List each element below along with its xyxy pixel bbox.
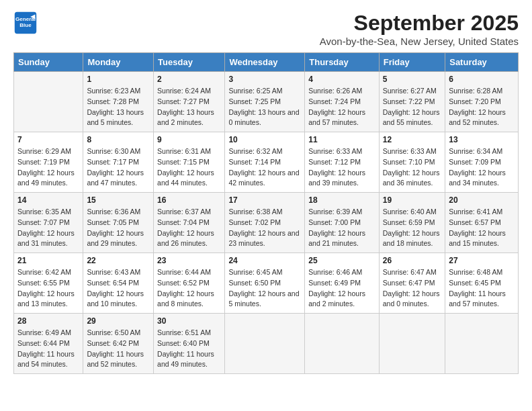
day-info: Sunrise: 6:48 AMSunset: 6:45 PMDaylight:…	[449, 267, 515, 310]
calendar-cell: 29Sunrise: 6:50 AMSunset: 6:42 PMDayligh…	[83, 314, 154, 374]
day-number: 6	[449, 75, 515, 84]
day-info: Sunrise: 6:32 AMSunset: 7:14 PMDaylight:…	[228, 146, 301, 189]
calendar-cell: 23Sunrise: 6:44 AMSunset: 6:52 PMDayligh…	[154, 253, 225, 314]
calendar-cell: 17Sunrise: 6:38 AMSunset: 7:02 PMDayligh…	[225, 193, 305, 253]
day-number: 9	[157, 135, 221, 144]
week-row-5: 28Sunrise: 6:49 AMSunset: 6:44 PMDayligh…	[14, 314, 519, 374]
calendar-cell: 11Sunrise: 6:33 AMSunset: 7:12 PMDayligh…	[305, 132, 380, 193]
day-info: Sunrise: 6:39 AMSunset: 7:00 PMDaylight:…	[308, 207, 375, 249]
calendar-cell: 27Sunrise: 6:48 AMSunset: 6:45 PMDayligh…	[445, 253, 519, 314]
calendar-cell: 12Sunrise: 6:33 AMSunset: 7:10 PMDayligh…	[379, 132, 445, 193]
column-header-saturday: Saturday	[445, 53, 519, 72]
day-info: Sunrise: 6:37 AMSunset: 7:04 PMDaylight:…	[157, 207, 221, 249]
calendar-cell: 18Sunrise: 6:39 AMSunset: 7:00 PMDayligh…	[305, 193, 380, 253]
day-info: Sunrise: 6:50 AMSunset: 6:42 PMDaylight:…	[87, 328, 150, 370]
day-number: 28	[17, 316, 79, 326]
day-number: 4	[308, 75, 375, 84]
calendar-cell: 22Sunrise: 6:43 AMSunset: 6:54 PMDayligh…	[83, 253, 154, 314]
calendar-cell: 3Sunrise: 6:25 AMSunset: 7:25 PMDaylight…	[225, 72, 305, 132]
day-number: 7	[17, 135, 79, 144]
day-info: Sunrise: 6:47 AMSunset: 6:47 PMDaylight:…	[383, 267, 441, 310]
day-info: Sunrise: 6:35 AMSunset: 7:07 PMDaylight:…	[17, 207, 79, 249]
calendar-cell	[14, 72, 83, 132]
day-number: 20	[449, 195, 515, 205]
day-info: Sunrise: 6:44 AMSunset: 6:52 PMDaylight:…	[157, 267, 221, 310]
week-row-3: 14Sunrise: 6:35 AMSunset: 7:07 PMDayligh…	[14, 193, 519, 253]
day-number: 24	[228, 256, 301, 265]
week-row-2: 7Sunrise: 6:29 AMSunset: 7:19 PMDaylight…	[14, 132, 519, 193]
column-header-friday: Friday	[379, 53, 445, 72]
calendar-cell: 6Sunrise: 6:28 AMSunset: 7:20 PMDaylight…	[445, 72, 519, 132]
day-number: 11	[308, 135, 375, 144]
day-number: 27	[449, 256, 515, 265]
calendar-cell: 1Sunrise: 6:23 AMSunset: 7:28 PMDaylight…	[83, 72, 154, 132]
calendar-cell: 20Sunrise: 6:41 AMSunset: 6:57 PMDayligh…	[445, 193, 519, 253]
calendar-cell: 21Sunrise: 6:42 AMSunset: 6:55 PMDayligh…	[14, 253, 83, 314]
calendar-cell	[225, 314, 305, 374]
column-header-tuesday: Tuesday	[154, 53, 225, 72]
calendar-cell	[445, 314, 519, 374]
week-row-4: 21Sunrise: 6:42 AMSunset: 6:55 PMDayligh…	[14, 253, 519, 314]
subtitle: Avon-by-the-Sea, New Jersey, United Stat…	[320, 36, 519, 47]
day-info: Sunrise: 6:43 AMSunset: 6:54 PMDaylight:…	[87, 267, 150, 310]
day-number: 15	[87, 195, 150, 205]
main-title: September 2025	[320, 11, 519, 36]
column-header-wednesday: Wednesday	[225, 53, 305, 72]
calendar-cell: 28Sunrise: 6:49 AMSunset: 6:44 PMDayligh…	[14, 314, 83, 374]
calendar-cell: 15Sunrise: 6:36 AMSunset: 7:05 PMDayligh…	[83, 193, 154, 253]
svg-text:Blue: Blue	[19, 22, 32, 28]
column-header-sunday: Sunday	[14, 53, 83, 72]
day-info: Sunrise: 6:31 AMSunset: 7:15 PMDaylight:…	[157, 146, 221, 189]
day-info: Sunrise: 6:29 AMSunset: 7:19 PMDaylight:…	[17, 146, 79, 189]
header-row: SundayMondayTuesdayWednesdayThursdayFrid…	[14, 53, 519, 72]
calendar-cell: 14Sunrise: 6:35 AMSunset: 7:07 PMDayligh…	[14, 193, 83, 253]
day-number: 29	[87, 316, 150, 326]
calendar-cell: 5Sunrise: 6:27 AMSunset: 7:22 PMDaylight…	[379, 72, 445, 132]
day-number: 8	[87, 135, 150, 144]
day-number: 21	[17, 256, 79, 265]
day-info: Sunrise: 6:40 AMSunset: 6:59 PMDaylight:…	[383, 207, 441, 249]
day-info: Sunrise: 6:30 AMSunset: 7:17 PMDaylight:…	[87, 146, 150, 189]
day-number: 26	[383, 256, 441, 265]
day-info: Sunrise: 6:41 AMSunset: 6:57 PMDaylight:…	[449, 207, 515, 249]
day-number: 12	[383, 135, 441, 144]
day-info: Sunrise: 6:46 AMSunset: 6:49 PMDaylight:…	[308, 267, 375, 310]
day-info: Sunrise: 6:26 AMSunset: 7:24 PMDaylight:…	[308, 86, 375, 128]
calendar-cell: 19Sunrise: 6:40 AMSunset: 6:59 PMDayligh…	[379, 193, 445, 253]
calendar-cell: 13Sunrise: 6:34 AMSunset: 7:09 PMDayligh…	[445, 132, 519, 193]
calendar-cell	[305, 314, 380, 374]
calendar-cell: 25Sunrise: 6:46 AMSunset: 6:49 PMDayligh…	[305, 253, 380, 314]
day-number: 30	[157, 316, 221, 326]
day-info: Sunrise: 6:23 AMSunset: 7:28 PMDaylight:…	[87, 86, 150, 128]
day-number: 2	[157, 75, 221, 84]
day-number: 18	[308, 195, 375, 205]
calendar-cell: 24Sunrise: 6:45 AMSunset: 6:50 PMDayligh…	[225, 253, 305, 314]
calendar-cell: 9Sunrise: 6:31 AMSunset: 7:15 PMDaylight…	[154, 132, 225, 193]
calendar-cell: 26Sunrise: 6:47 AMSunset: 6:47 PMDayligh…	[379, 253, 445, 314]
column-header-thursday: Thursday	[305, 53, 380, 72]
day-number: 17	[228, 195, 301, 205]
day-info: Sunrise: 6:49 AMSunset: 6:44 PMDaylight:…	[17, 328, 79, 370]
day-number: 1	[87, 75, 150, 84]
day-number: 22	[87, 256, 150, 265]
page-header: General Blue September 2025 Avon-by-the-…	[13, 11, 519, 47]
day-info: Sunrise: 6:36 AMSunset: 7:05 PMDaylight:…	[87, 207, 150, 249]
logo-icon: General Blue	[13, 11, 38, 35]
logo: General Blue	[13, 11, 38, 35]
day-info: Sunrise: 6:38 AMSunset: 7:02 PMDaylight:…	[228, 207, 301, 249]
day-info: Sunrise: 6:45 AMSunset: 6:50 PMDaylight:…	[228, 267, 301, 310]
day-number: 25	[308, 256, 375, 265]
title-area: September 2025 Avon-by-the-Sea, New Jers…	[320, 11, 519, 47]
day-number: 19	[383, 195, 441, 205]
day-info: Sunrise: 6:33 AMSunset: 7:10 PMDaylight:…	[383, 146, 441, 189]
calendar-table: SundayMondayTuesdayWednesdayThursdayFrid…	[13, 52, 519, 374]
calendar-cell: 4Sunrise: 6:26 AMSunset: 7:24 PMDaylight…	[305, 72, 380, 132]
day-info: Sunrise: 6:33 AMSunset: 7:12 PMDaylight:…	[308, 146, 375, 189]
day-number: 16	[157, 195, 221, 205]
calendar-cell: 2Sunrise: 6:24 AMSunset: 7:27 PMDaylight…	[154, 72, 225, 132]
week-row-1: 1Sunrise: 6:23 AMSunset: 7:28 PMDaylight…	[14, 72, 519, 132]
calendar-cell: 8Sunrise: 6:30 AMSunset: 7:17 PMDaylight…	[83, 132, 154, 193]
calendar-cell: 7Sunrise: 6:29 AMSunset: 7:19 PMDaylight…	[14, 132, 83, 193]
day-number: 14	[17, 195, 79, 205]
day-number: 13	[449, 135, 515, 144]
